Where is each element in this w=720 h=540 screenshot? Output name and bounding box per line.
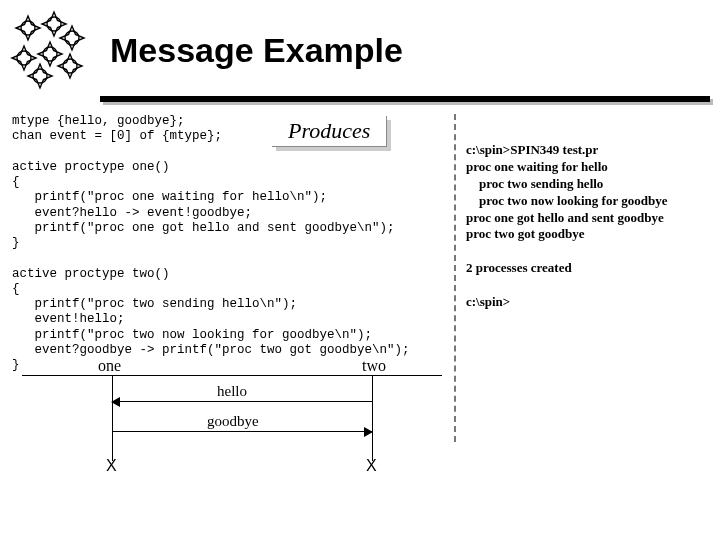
arrow-hello <box>112 401 372 402</box>
svg-marker-12 <box>28 64 52 88</box>
svg-marker-8 <box>38 42 62 66</box>
left-column: Produces mtype {hello, goodbye}; chan ev… <box>12 114 442 485</box>
svg-marker-2 <box>42 12 66 36</box>
title-row: Message Example <box>0 0 720 96</box>
arrow-label-hello: hello <box>217 383 247 400</box>
arrow-goodbye <box>112 431 372 432</box>
diagram-label-two: two <box>362 357 386 375</box>
svg-marker-10 <box>58 54 82 78</box>
svg-marker-4 <box>60 26 84 50</box>
svg-marker-6 <box>12 46 36 70</box>
diagram-label-one: one <box>98 357 121 375</box>
sequence-diagram: one two hello goodbye X X <box>12 375 442 485</box>
terminate-icon-two: X <box>366 457 377 475</box>
lifeline-one <box>112 375 113 461</box>
terminal-output: c:\spin>SPIN349 test.pr proc one waiting… <box>466 142 667 311</box>
right-column: c:\spin>SPIN349 test.pr proc one waiting… <box>454 114 667 442</box>
arrow-label-goodbye: goodbye <box>207 413 259 430</box>
promela-code-block: mtype {hello, goodbye}; chan event = [0]… <box>12 114 442 373</box>
content-area: Produces mtype {hello, goodbye}; chan ev… <box>0 102 720 485</box>
svg-marker-0 <box>16 16 40 40</box>
stars-cluster-icon <box>10 10 90 90</box>
produces-label: Produces <box>272 116 387 147</box>
terminate-icon-one: X <box>106 457 117 475</box>
page-title: Message Example <box>110 31 403 70</box>
lifeline-two <box>372 375 373 461</box>
